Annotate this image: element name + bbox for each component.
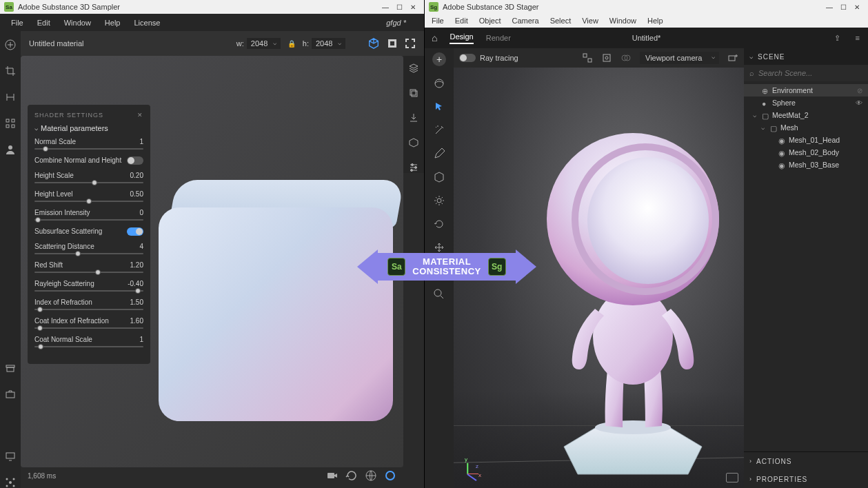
grid-icon[interactable] [5, 118, 16, 129]
menu-view[interactable]: View [576, 17, 604, 25]
refresh-icon[interactable] [345, 469, 358, 482]
tree-row[interactable]: ⌵▢Mesh [744, 121, 868, 134]
home-icon[interactable]: ⌂ [432, 32, 437, 43]
crop-icon[interactable] [5, 65, 16, 77]
align-icon[interactable] [601, 52, 612, 63]
menu-file[interactable]: File [4, 19, 30, 27]
height-select[interactable]: 2048 [312, 38, 345, 49]
close-button[interactable]: ✕ [406, 1, 420, 12]
scene-panel-header[interactable]: ⌵ SCENE [744, 48, 868, 65]
param-slider[interactable] [34, 309, 143, 310]
briefcase-icon[interactable] [5, 389, 16, 400]
svg-point-32 [605, 57, 608, 59]
raytrace-toggle[interactable] [459, 54, 476, 62]
copy-icon[interactable] [408, 88, 419, 99]
param-value: 1 [139, 138, 143, 145]
tree-row[interactable]: ⌵▢MeetMat_2 [744, 109, 868, 121]
menu-object[interactable]: Object [474, 17, 507, 25]
tree-icon: ⊕ [762, 87, 769, 94]
camera-icon[interactable] [326, 469, 339, 482]
lock-icon[interactable]: 🔒 [287, 40, 296, 48]
svg-rect-29 [583, 54, 587, 57]
cube-icon[interactable] [433, 171, 445, 183]
menu-window[interactable]: Window [604, 17, 642, 25]
wand-icon[interactable] [433, 124, 445, 136]
maximize-button[interactable]: ☐ [392, 1, 406, 12]
actions-section[interactable]: ›ACTIONS [744, 452, 868, 470]
share-icon[interactable]: ⇪ [834, 34, 840, 43]
menu-select[interactable]: Select [545, 17, 577, 25]
network-icon[interactable] [5, 477, 16, 488]
expand-icon[interactable] [405, 38, 416, 49]
menu-help[interactable]: Help [642, 17, 669, 25]
cube3d-icon[interactable] [367, 37, 380, 50]
monitor-icon[interactable] [5, 451, 16, 462]
param-slider[interactable] [34, 346, 143, 347]
tab-render[interactable]: Render [486, 34, 511, 42]
param-slider[interactable] [34, 272, 143, 273]
tree-label: Mesh [780, 123, 798, 132]
target-icon[interactable] [384, 469, 396, 482]
param-slider[interactable] [34, 182, 143, 183]
param-slider[interactable] [34, 253, 143, 254]
select-arrow-icon[interactable] [433, 101, 445, 113]
axis-gizmo[interactable]: y x z [463, 458, 484, 478]
menu-edit[interactable]: Edit [30, 19, 57, 27]
svg-rect-7 [7, 367, 14, 372]
light-icon[interactable] [433, 194, 445, 207]
menu-file[interactable]: File [426, 17, 450, 25]
width-select[interactable]: 2048 [247, 38, 281, 49]
param-toggle[interactable] [127, 227, 143, 236]
menu-help[interactable]: Help [98, 19, 128, 27]
param-slider[interactable] [34, 219, 143, 221]
shader-close-icon[interactable]: ✕ [137, 112, 143, 119]
layers-icon[interactable] [408, 63, 419, 74]
rotate-icon[interactable] [433, 218, 445, 230]
viewport-camera-select[interactable]: Viewport camera [640, 52, 719, 64]
maximize-button[interactable]: ☐ [836, 1, 850, 12]
hidden-icon[interactable]: ⊘ [857, 87, 862, 94]
square-icon[interactable] [387, 38, 398, 49]
snap-icon[interactable] [582, 52, 593, 63]
param-slider[interactable] [34, 327, 143, 329]
param-label: Height Scale [34, 172, 74, 179]
tree-icon: ◉ [778, 149, 785, 156]
viewport-toggle-icon[interactable] [726, 473, 738, 482]
minimize-button[interactable]: — [379, 1, 392, 12]
box-icon[interactable] [408, 137, 419, 148]
param-toggle[interactable] [127, 156, 143, 165]
param-slider[interactable] [34, 148, 143, 150]
measure-icon[interactable] [5, 92, 16, 103]
sliders-icon[interactable] [408, 162, 419, 173]
menu-edit[interactable]: Edit [450, 17, 474, 25]
tree-row[interactable]: ◉Mesh_01_Head [744, 134, 868, 146]
properties-section[interactable]: ›PROPERTIES [744, 470, 868, 488]
scene-search-input[interactable] [758, 69, 862, 77]
param-slider[interactable] [34, 290, 143, 292]
pen-icon[interactable] [433, 148, 445, 160]
visibility-icon[interactable]: 👁 [856, 99, 862, 107]
collision-icon[interactable] [620, 52, 632, 63]
person-icon[interactable] [5, 144, 16, 155]
add-icon[interactable] [5, 39, 16, 50]
add-object-icon[interactable]: + [432, 52, 446, 66]
tree-row[interactable]: ⊕Environment⊘ [744, 84, 868, 96]
globe-icon[interactable] [365, 469, 377, 482]
tab-design[interactable]: Design [450, 32, 473, 44]
menu-license[interactable]: License [127, 19, 167, 27]
export-icon[interactable] [408, 112, 419, 123]
shader-section-header[interactable]: Material parameters [34, 124, 143, 132]
tree-row[interactable]: ◉Mesh_02_Body [744, 146, 868, 159]
menu-camera[interactable]: Camera [507, 17, 545, 25]
archive-icon[interactable] [5, 363, 16, 374]
menu-icon[interactable]: ≡ [856, 34, 860, 42]
minimize-button[interactable]: — [822, 1, 836, 12]
orbit-icon[interactable] [433, 77, 445, 90]
tree-row[interactable]: ◉Mesh_03_Base [744, 159, 868, 171]
tree-row[interactable]: ●Sphere👁 [744, 96, 868, 109]
search-icon[interactable] [433, 288, 445, 301]
menu-window[interactable]: Window [57, 19, 98, 27]
close-button[interactable]: ✕ [850, 1, 864, 12]
param-slider[interactable] [34, 201, 143, 202]
camera-add-icon[interactable] [727, 52, 738, 63]
